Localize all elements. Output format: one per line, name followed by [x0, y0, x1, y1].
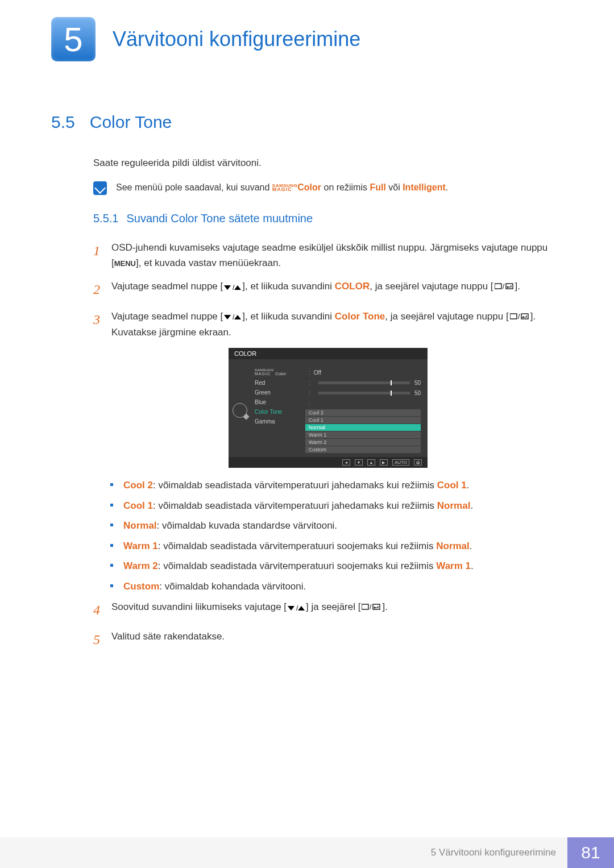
step-2-text-c: , ja seejärel vajutage nuppu [: [370, 281, 493, 292]
svg-text:/: /: [503, 283, 505, 290]
step-2-target: COLOR: [335, 281, 370, 292]
bullet-warm1: Warm 1: võimaldab seadistada värvitemper…: [110, 539, 563, 554]
osd-tone-option: Cool 1: [305, 417, 421, 424]
osd-footer-left-icon: ◄: [342, 459, 350, 466]
bullet-ref: Warm 1: [436, 560, 471, 571]
step-4-text-a: Soovitud suvandini liikumiseks vajutage …: [111, 601, 287, 612]
svg-text:/: /: [518, 313, 520, 320]
bullet-dot-icon: [110, 584, 113, 587]
svg-marker-0: [224, 285, 231, 290]
bullet-ref: Cool 1: [437, 480, 467, 491]
svg-text:/: /: [233, 284, 235, 291]
chapter-header: 5 Värvitooni konfigureerimine: [51, 17, 563, 61]
osd-footer-enter-icon: ▶: [380, 459, 388, 466]
step-4: 4 Soovitud suvandini liikumiseks vajutag…: [93, 599, 563, 621]
bullet-text: : võimaldab kuvada standardse värvitooni…: [157, 520, 338, 531]
osd-tone-option: Warm 1: [305, 431, 421, 439]
bullet-suffix: .: [470, 541, 472, 551]
step-3-text-b: ], et liikuda suvandini: [242, 311, 335, 322]
step-4-text-b: ] ja seejärel [: [306, 601, 360, 612]
osd-tone-option: Cool 2: [305, 409, 421, 417]
footer-page-number: 81: [567, 837, 614, 868]
bullet-ref: Normal: [436, 541, 470, 551]
osd-label-green: Green: [251, 388, 305, 397]
osd-tone-option: Warm 2: [305, 439, 421, 446]
subsection-number: 5.5.1: [93, 212, 118, 225]
step-3-text-a: Vajutage seadmel nuppe [: [111, 311, 223, 322]
bullet-suffix: .: [467, 480, 470, 491]
bullet-cool1: Cool 1: võimaldab seadistada värvitemper…: [110, 499, 563, 513]
footer-text: 5 Värvitooni konfigureerimine: [0, 837, 567, 868]
svg-rect-19: [373, 604, 380, 609]
step-number: 5: [93, 629, 111, 650]
step-2-text-a: Vajutage seadmel nuppe [: [111, 281, 223, 292]
bullet-normal: Normal: võimaldab kuvada standardse värv…: [110, 518, 563, 533]
note-prefix: See menüü pole saadaval, kui suvand: [116, 182, 272, 192]
bullet-suffix: .: [471, 560, 474, 571]
step-2-text-d: ].: [515, 281, 520, 292]
bullet-text: : võimaldab seadistada värvitemperatuuri…: [158, 541, 436, 551]
osd-tone-option: Custom: [305, 446, 421, 454]
osd-label-colortone: Color Tone: [251, 407, 305, 417]
svg-rect-10: [510, 314, 517, 319]
step-1: 1 OSD-juhendi kuvamiseks vajutage seadme…: [93, 240, 563, 271]
down-up-arrows-icon: /: [224, 279, 241, 294]
bullet-dot-icon: [110, 524, 113, 526]
svg-marker-20: [374, 607, 375, 609]
svg-marker-9: [234, 315, 241, 319]
osd-slider-green: [318, 392, 410, 394]
note-text: See menüü pole saadaval, kui suvand SAMS…: [116, 181, 448, 194]
svg-marker-2: [234, 285, 241, 290]
step-3: 3 Vajutage seadmel nuppe [/], et liikuda…: [93, 309, 563, 340]
step-3-target: Color Tone: [335, 311, 385, 322]
source-enter-icon: /: [495, 279, 514, 294]
step-4-text-c: ].: [382, 601, 387, 612]
osd-footer-auto: AUTO: [392, 459, 409, 466]
svg-rect-17: [362, 604, 368, 609]
svg-rect-3: [495, 284, 501, 289]
down-up-arrows-icon: /: [288, 600, 305, 615]
note-intelligent: Intelligent: [403, 182, 446, 192]
step-5: 5 Valitud säte rakendatakse.: [93, 629, 563, 650]
bullet-lead: Cool 1: [123, 500, 153, 511]
intro-text: Saate reguleerida pildi üldist värvitoon…: [93, 157, 563, 169]
palette-icon: [233, 403, 247, 418]
osd-value-red: 50: [414, 380, 421, 386]
section-title: Color Tone: [90, 113, 172, 132]
bullet-dot-icon: [110, 544, 113, 547]
svg-marker-7: [224, 315, 231, 319]
bullet-lead: Normal: [123, 520, 157, 531]
svg-marker-13: [522, 316, 524, 318]
chapter-title: Värvitooni konfigureerimine: [113, 27, 360, 51]
subsection-title: Suvandi Color Tone sätete muutmine: [126, 212, 313, 225]
section-header: 5.5 Color Tone: [51, 113, 563, 132]
subsection-header: 5.5.1 Suvandi Color Tone sätete muutmine: [93, 212, 563, 225]
bullet-text: : võimaldab seadistada värvitemperatuuri…: [158, 560, 436, 571]
menu-label: MENU: [114, 259, 136, 268]
note-mid: on režiimis: [321, 182, 370, 192]
osd-slider-red: [318, 381, 410, 384]
chapter-number-badge: 5: [51, 17, 96, 61]
bullet-warm2: Warm 2: võimaldab seadistada värvitemper…: [110, 559, 563, 574]
bullet-text: : võimaldab kohandada värvitooni.: [159, 581, 306, 592]
bullet-dot-icon: [110, 504, 113, 506]
step-number: 3: [93, 309, 111, 330]
svg-marker-6: [507, 286, 508, 288]
samsung-magic-label: SAMSUNGMAGIC: [272, 184, 297, 192]
step-number: 4: [93, 599, 111, 621]
down-up-arrows-icon: /: [224, 309, 241, 325]
bullet-dot-icon: [110, 564, 113, 567]
osd-tone-options: Cool 2 Cool 1 Normal Warm 1 Warm 2 Custo…: [305, 409, 421, 454]
source-enter-icon: /: [510, 309, 529, 325]
bullet-text: : võimaldab seadistada värvitemperatuuri…: [153, 480, 437, 491]
osd-footer: ◄ ▼ ▲ ▶ AUTO ⏻: [229, 457, 428, 468]
osd-footer-down-icon: ▼: [355, 459, 363, 466]
step-2-text-b: ], et liikuda suvandini: [242, 281, 335, 292]
osd-tone-option-selected: Normal: [305, 424, 421, 431]
bullet-ref: Normal: [437, 500, 471, 511]
svg-rect-5: [506, 284, 513, 289]
bullet-lead: Warm 1: [123, 541, 158, 551]
bullet-suffix: .: [470, 500, 473, 511]
osd-label-red: Red: [251, 378, 305, 388]
svg-text:/: /: [296, 605, 298, 612]
